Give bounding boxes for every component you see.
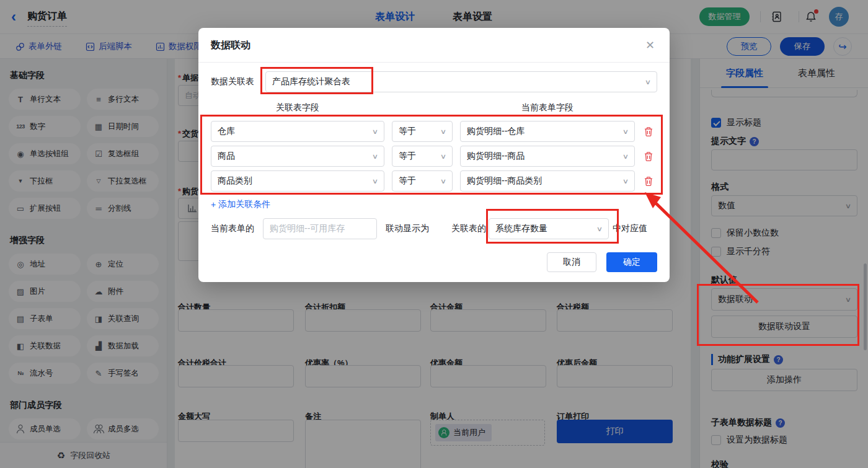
right-column-header: 当前表单字段 (460, 102, 635, 115)
cancel-button[interactable]: 取消 (547, 252, 596, 272)
chevron-down-icon: ∨ (622, 152, 629, 161)
chevron-down-icon: ∨ (622, 128, 629, 136)
relation-field-select-0[interactable]: 仓库∨ (211, 121, 384, 142)
modal-title: 数据联动 (211, 39, 250, 52)
chevron-down-icon: ∨ (596, 225, 603, 233)
plus-icon: + (211, 200, 216, 210)
operator-select-2[interactable]: 等于∨ (392, 170, 453, 192)
form-field-select-0[interactable]: 购货明细--仓库∨ (460, 121, 635, 142)
confirm-button[interactable]: 确定 (606, 252, 657, 272)
delete-condition-icon[interactable] (642, 150, 655, 162)
operator-select-1[interactable]: 等于∨ (392, 146, 453, 167)
chevron-down-icon: ∨ (645, 78, 651, 86)
form-designer-app: ‹ 购货订单 表单设计 表单设置 数据管理 存 表单外链后端脚本数据权限 预览 … (0, 0, 868, 468)
chevron-down-icon: ∨ (440, 128, 446, 136)
chevron-down-icon: ∨ (440, 177, 446, 185)
chevron-down-icon: ∨ (372, 152, 378, 161)
current-form-prefix: 当前表单的 (211, 223, 254, 234)
relation-field-select-1[interactable]: 商品∨ (211, 146, 384, 167)
relation-table-label: 数据关联表 (211, 76, 265, 87)
operator-select-0[interactable]: 等于∨ (392, 121, 453, 142)
relation-of-label: 关联表的 (451, 223, 486, 234)
left-column-header: 关联表字段 (211, 102, 384, 115)
form-field-select-1[interactable]: 购货明细--商品∨ (460, 146, 635, 167)
add-condition-link[interactable]: + 添加关联条件 (211, 199, 270, 210)
close-icon[interactable]: ✕ (645, 38, 655, 52)
delete-condition-icon[interactable] (642, 175, 655, 187)
condition-row: 商品类别∨等于∨购货明细--商品类别∨ (211, 170, 657, 192)
chevron-down-icon: ∨ (622, 177, 629, 185)
form-field-select-2[interactable]: 购货明细--商品类别∨ (460, 170, 635, 192)
relation-field-select[interactable]: 系统库存数量∨ (489, 218, 609, 239)
condition-row: 仓库∨等于∨购货明细--仓库∨ (211, 121, 657, 142)
chevron-down-icon: ∨ (372, 128, 378, 136)
relation-table-select[interactable]: 产品库存统计聚合表∨ (265, 71, 657, 92)
chevron-down-icon: ∨ (440, 152, 446, 161)
data-linkage-modal: 数据联动 ✕ 数据关联表 产品库存统计聚合表∨ 关联表字段 当前表单字段 仓库∨… (198, 28, 670, 282)
modal-header: 数据联动 ✕ (198, 28, 670, 63)
current-form-field-input[interactable]: 购货明细--可用库存 (263, 218, 377, 239)
relation-field-select-2[interactable]: 商品类别∨ (211, 170, 384, 192)
corresponding-value-label: 中对应值 (613, 223, 647, 234)
condition-row: 商品∨等于∨购货明细--商品∨ (211, 146, 657, 167)
condition-column-headers: 关联表字段 当前表单字段 (211, 102, 657, 115)
display-as-label: 联动显示为 (386, 223, 429, 234)
chevron-down-icon: ∨ (372, 177, 378, 185)
delete-condition-icon[interactable] (642, 125, 655, 138)
